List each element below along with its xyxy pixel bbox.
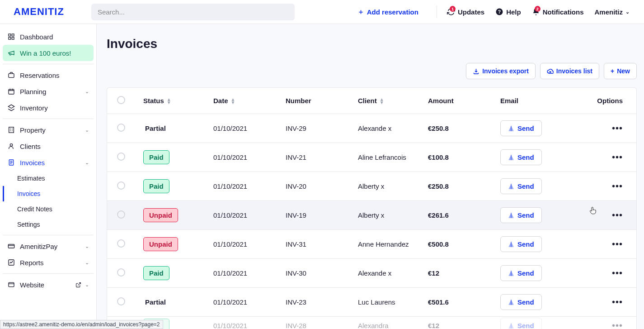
row-options-button[interactable]: ••• <box>588 152 632 162</box>
row-checkbox[interactable] <box>117 268 125 277</box>
sidebar-label: Website <box>20 281 44 289</box>
sidebar-label: Invoices <box>20 159 45 167</box>
cell-client: Aline Lefrancois <box>358 153 428 161</box>
row-checkbox[interactable] <box>117 297 125 305</box>
globe-icon <box>7 281 15 289</box>
send-icon <box>508 270 514 277</box>
sidebar-item-clients[interactable]: Clients <box>3 138 94 154</box>
chevron-down-icon: ⌄ <box>625 9 630 15</box>
sidebar-item-website[interactable]: Website ⌄ <box>3 277 94 293</box>
updates-button[interactable]: 1 Updates <box>442 5 490 19</box>
row-checkbox[interactable] <box>117 153 125 161</box>
table-row[interactable]: Paid01/10/2021INV-28Alexandra€12Send••• <box>107 317 636 329</box>
sidebar-item-amenitizpay[interactable]: AmenitizPay ⌄ <box>3 238 94 254</box>
status-badge: Partial <box>143 124 166 132</box>
table-row[interactable]: Unpaid01/10/2021INV-19Alberty x€261.6Sen… <box>107 201 636 230</box>
cell-number: INV-30 <box>286 269 358 277</box>
send-button[interactable]: Send <box>500 294 542 310</box>
sort-icon: ▲▼ <box>167 98 171 104</box>
add-reservation-label: Add reservation <box>367 8 418 16</box>
cell-date: 01/10/2021 <box>213 298 286 306</box>
header-divider <box>437 5 437 18</box>
sidebar-item-win[interactable]: Win a 100 euros! <box>3 45 94 61</box>
table-row[interactable]: Partial01/10/2021INV-29Alexande x€250.8S… <box>107 114 636 143</box>
table-row[interactable]: Partial01/10/2021INV-23Luc Laurens€501.6… <box>107 288 636 317</box>
status-badge: Paid <box>143 150 169 164</box>
sidebar-sub-credit-notes[interactable]: Credit Notes <box>3 201 94 217</box>
account-dropdown[interactable]: Amenitiz ⌄ <box>589 5 635 19</box>
cell-amount: €250.8 <box>428 182 500 190</box>
row-checkbox[interactable] <box>117 181 125 190</box>
cell-number: INV-31 <box>286 240 358 248</box>
send-button[interactable]: Send <box>500 236 542 252</box>
invoices-list-button[interactable]: Invoices list <box>540 63 599 79</box>
row-options-button[interactable]: ••• <box>588 181 632 191</box>
status-badge: Partial <box>143 298 166 306</box>
row-options-button[interactable]: ••• <box>588 239 632 249</box>
row-options-button[interactable]: ••• <box>588 297 632 307</box>
help-button[interactable]: ? Help <box>490 5 526 19</box>
row-checkbox[interactable] <box>117 210 125 219</box>
send-button[interactable]: Send <box>500 149 542 165</box>
column-status[interactable]: Status▲▼ <box>143 97 213 105</box>
table-row[interactable]: Unpaid01/10/2021INV-31Anne Hernandez€500… <box>107 230 636 259</box>
sidebar-label: Inventory <box>20 104 48 112</box>
column-client[interactable]: Client▲▼ <box>358 97 428 105</box>
new-button[interactable]: + New <box>604 63 637 79</box>
search-input[interactable] <box>91 4 295 20</box>
svg-rect-6 <box>9 74 14 78</box>
send-icon <box>508 241 514 248</box>
help-label: Help <box>506 8 521 16</box>
send-button[interactable]: Send <box>500 178 542 194</box>
svg-rect-4 <box>12 37 14 39</box>
cell-amount: €100.8 <box>428 153 500 161</box>
notifications-button[interactable]: 2 Notifications <box>526 5 589 19</box>
notifications-label: Notifications <box>543 8 584 16</box>
sidebar: Dashboard Win a 100 euros! Reservations … <box>0 24 97 329</box>
send-icon <box>508 154 514 161</box>
table-row[interactable]: Paid01/10/2021INV-20Alberty x€250.8Send•… <box>107 172 636 201</box>
send-button[interactable]: Send <box>500 120 542 136</box>
send-button[interactable]: Send <box>500 318 542 329</box>
cell-number: INV-23 <box>286 298 358 306</box>
sidebar-label: Win a 100 euros! <box>20 49 71 57</box>
column-date[interactable]: Date▲▼ <box>213 97 286 105</box>
invoices-export-button[interactable]: Invoices export <box>466 63 536 79</box>
invoice-icon <box>7 158 15 167</box>
row-options-button[interactable]: ••• <box>588 268 632 278</box>
sidebar-sub-settings[interactable]: Settings <box>3 217 94 232</box>
row-options-button[interactable]: ••• <box>588 123 632 134</box>
table-row[interactable]: Paid01/10/2021INV-30Alexande x€12Send••• <box>107 259 636 288</box>
sidebar-item-reports[interactable]: Reports ⌄ <box>3 254 94 271</box>
sidebar-item-property[interactable]: Property ⌄ <box>3 122 94 138</box>
chart-icon <box>7 258 15 267</box>
cell-number: INV-28 <box>286 322 358 329</box>
send-button[interactable]: Send <box>500 207 542 223</box>
sidebar-sub-estimates[interactable]: Estimates <box>3 171 94 186</box>
sidebar-item-inventory[interactable]: Inventory <box>3 100 94 116</box>
cell-date: 01/10/2021 <box>213 153 286 161</box>
row-checkbox[interactable] <box>117 124 125 132</box>
send-button[interactable]: Send <box>500 265 542 281</box>
list-label: Invoices list <box>556 67 592 75</box>
megaphone-icon <box>7 49 15 57</box>
row-options-button[interactable]: ••• <box>588 210 632 220</box>
updates-badge: 1 <box>450 6 456 12</box>
sidebar-sub-invoices[interactable]: Invoices <box>3 186 94 201</box>
svg-point-10 <box>10 144 12 146</box>
external-link-icon <box>75 282 81 288</box>
sidebar-item-planning[interactable]: Planning ⌄ <box>3 83 94 100</box>
select-all-checkbox[interactable] <box>117 96 125 104</box>
table-row[interactable]: Paid01/10/2021INV-21Aline Lefrancois€100… <box>107 143 636 172</box>
calendar-icon <box>7 87 15 95</box>
row-checkbox[interactable] <box>117 239 125 248</box>
sidebar-item-reservations[interactable]: Reservations <box>3 67 94 83</box>
status-badge: Unpaid <box>143 237 178 251</box>
cell-client: Alberty x <box>358 211 428 219</box>
row-options-button[interactable]: ••• <box>588 320 632 329</box>
sidebar-item-dashboard[interactable]: Dashboard <box>3 29 94 45</box>
add-reservation-button[interactable]: ＋ Add reservation <box>353 5 423 19</box>
sidebar-item-invoices[interactable]: Invoices ⌄ <box>3 154 94 171</box>
send-icon <box>508 125 514 132</box>
status-badge: Paid <box>143 266 169 280</box>
